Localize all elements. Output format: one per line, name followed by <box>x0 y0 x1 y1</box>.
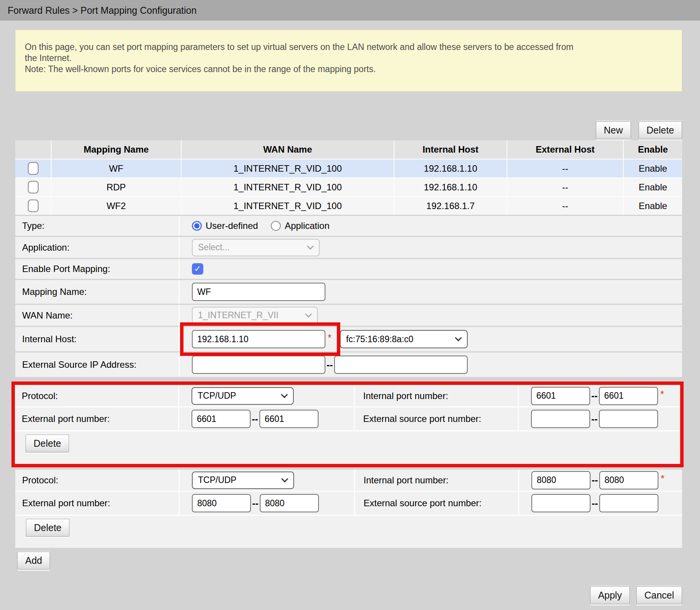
range-separator: -- <box>592 475 598 486</box>
header-internal-host: Internal Host <box>394 140 507 159</box>
cancel-button[interactable]: Cancel <box>636 586 682 604</box>
cell-external-host: -- <box>507 178 623 196</box>
protocol-row: Protocol: TCP/UDP Internal port number: … <box>15 470 682 491</box>
user-defined-radio-label: User-defined <box>206 221 258 231</box>
info-box: On this page, you can set port mapping p… <box>15 30 682 92</box>
required-asterisk: * <box>661 473 665 484</box>
enable-port-mapping-field: ✓ <box>180 259 682 279</box>
type-row: Type: User-defined Application <box>15 216 682 236</box>
internal-host-input[interactable] <box>192 330 325 348</box>
application-select-value: Select... <box>198 242 230 253</box>
external-source-port-start-input[interactable] <box>531 494 591 512</box>
cell-mapping-name: WF2 <box>51 197 181 215</box>
mapping-name-field <box>180 280 682 304</box>
cell-internal-host: 192.168.1.10 <box>394 178 507 196</box>
row-checkbox[interactable] <box>28 162 39 175</box>
protocol-select[interactable]: TCP/UDP <box>191 387 294 405</box>
mac-select-value: fc:75:16:89:8a:c0 <box>346 334 413 344</box>
external-source-port-end-input[interactable] <box>599 410 658 428</box>
mapping-table: Mapping Name WAN Name Internal Host Exte… <box>15 140 682 215</box>
internal-port-field: -- * <box>519 385 680 406</box>
external-port-start-input[interactable] <box>192 494 251 512</box>
external-source-ip-end-input[interactable] <box>334 356 468 374</box>
protocol-select[interactable]: TCP/UDP <box>192 472 294 489</box>
protocol-select-value: TCP/UDP <box>198 391 236 401</box>
external-source-port-start-input[interactable] <box>531 410 590 428</box>
application-radio[interactable] <box>271 221 281 231</box>
port-delete-button[interactable]: Delete <box>26 519 69 537</box>
application-radio-label: Application <box>285 221 329 231</box>
row-checkbox[interactable] <box>28 181 39 193</box>
external-port-field: -- <box>180 492 354 515</box>
internal-port-end-input[interactable] <box>599 471 658 489</box>
table-row-checkbox-cell <box>15 159 51 177</box>
external-port-label: External port number: <box>15 407 178 430</box>
cell-enable: Enable <box>624 197 682 215</box>
port-delete-row: Delete <box>15 516 682 548</box>
external-port-row: External port number: -- External source… <box>15 492 682 515</box>
range-separator: -- <box>327 359 333 370</box>
chevron-down-icon <box>455 334 462 341</box>
port-delete-button[interactable]: Delete <box>26 435 69 452</box>
enable-port-mapping-checkbox[interactable]: ✓ <box>192 263 203 275</box>
protocol-row: Protocol: TCP/UDP Internal port number: … <box>15 385 680 406</box>
internal-port-label: Internal port number: <box>355 385 518 406</box>
new-button[interactable]: New <box>596 121 631 139</box>
external-port-end-input[interactable] <box>259 410 319 428</box>
enable-port-mapping-row: Enable Port Mapping: ✓ <box>15 259 682 279</box>
type-label: Type: <box>15 216 179 236</box>
internal-port-start-input[interactable] <box>531 471 591 489</box>
delete-button[interactable]: Delete <box>639 121 682 139</box>
protocol-label: Protocol: <box>15 385 178 406</box>
application-row: Application: Select... <box>15 237 682 258</box>
protocol-field: TCP/UDP <box>180 470 354 491</box>
application-select[interactable]: Select... <box>192 239 320 256</box>
external-port-label: External port number: <box>15 492 179 515</box>
chevron-down-icon <box>281 391 288 398</box>
internal-host-label: Internal Host: <box>15 327 179 351</box>
external-port-field: -- <box>179 407 354 430</box>
external-source-ip-start-input[interactable] <box>192 356 325 374</box>
apply-button[interactable]: Apply <box>590 586 630 604</box>
user-defined-radio[interactable] <box>192 221 202 231</box>
header-mapping-name: Mapping Name <box>51 140 181 159</box>
external-source-port-end-input[interactable] <box>599 494 658 512</box>
external-source-port-field: -- <box>519 407 680 430</box>
mapping-form: Type: User-defined Application Applicati… <box>15 216 682 377</box>
table-toolbar: New Delete <box>15 121 682 139</box>
mapping-name-label: Mapping Name: <box>15 280 179 304</box>
wan-name-select[interactable]: 1_INTERNET_R_VII <box>192 307 318 324</box>
content-area: On this page, you can set port mapping p… <box>15 30 682 604</box>
external-source-port-field: -- <box>519 492 682 515</box>
enable-port-mapping-label: Enable Port Mapping: <box>15 259 179 279</box>
breadcrumb-bar: Forward Rules > Port Mapping Configurati… <box>0 0 700 21</box>
info-text-line1: On this page, you can set port mapping p… <box>25 42 586 64</box>
mapping-name-row: Mapping Name: <box>15 280 682 304</box>
cell-mapping-name: RDP <box>51 178 181 196</box>
add-button[interactable]: Add <box>17 552 50 570</box>
external-port-end-input[interactable] <box>260 494 319 512</box>
header-external-host: External Host <box>507 140 623 159</box>
external-port-start-input[interactable] <box>191 410 251 428</box>
wan-name-label: WAN Name: <box>15 305 179 326</box>
internal-host-mac-select[interactable]: fc:75:16:89:8a:c0 <box>340 330 468 348</box>
port-section-1: Protocol: TCP/UDP Internal port number: … <box>11 381 684 467</box>
chevron-down-icon <box>281 475 288 482</box>
range-separator: -- <box>591 390 598 401</box>
required-asterisk: * <box>328 332 331 344</box>
mapping-name-input[interactable] <box>192 283 325 301</box>
cell-wan-name: 1_INTERNET_R_VID_100 <box>182 159 394 177</box>
cell-enable: Enable <box>624 178 682 196</box>
external-port-row: External port number: -- External source… <box>15 407 680 430</box>
internal-port-start-input[interactable] <box>531 387 590 405</box>
internal-port-end-input[interactable] <box>599 387 658 405</box>
header-enable: Enable <box>624 140 682 159</box>
add-row: Add <box>15 552 682 570</box>
wan-name-select-value: 1_INTERNET_R_VII <box>198 310 278 320</box>
required-asterisk: * <box>660 388 664 400</box>
row-checkbox[interactable] <box>28 200 39 212</box>
header-checkbox-col <box>15 140 51 159</box>
cell-internal-host: 192.168.1.7 <box>394 197 507 215</box>
check-icon: ✓ <box>194 264 201 274</box>
cell-wan-name: 1_INTERNET_R_VID_100 <box>182 197 394 215</box>
